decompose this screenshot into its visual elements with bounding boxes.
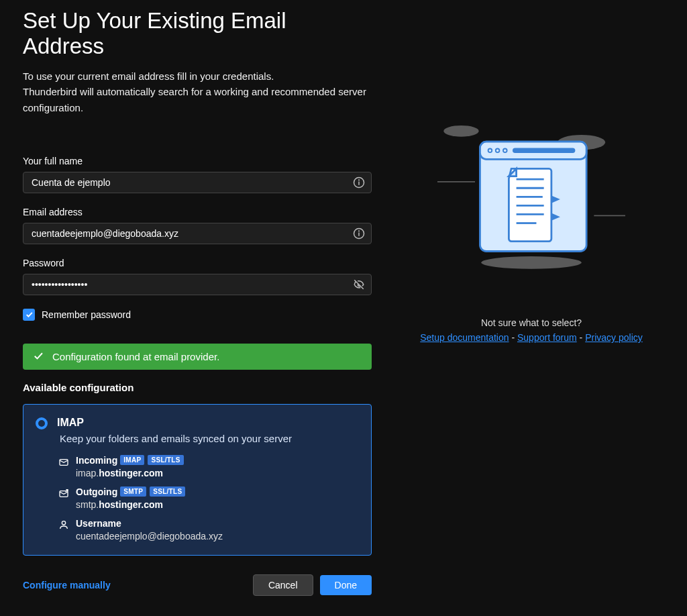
- help-text: Not sure what to select? Setup documenta…: [420, 315, 643, 346]
- incoming-icon: [58, 456, 69, 469]
- full-name-input[interactable]: [23, 172, 372, 193]
- incoming-label: Incoming: [76, 455, 117, 466]
- eye-off-icon[interactable]: [353, 278, 365, 291]
- info-icon[interactable]: [353, 176, 365, 189]
- full-name-label: Your full name: [23, 156, 372, 166]
- page-title: Set Up Your Existing Email Address: [23, 8, 372, 59]
- remember-password-checkbox[interactable]: [23, 309, 35, 321]
- svg-point-5: [359, 231, 360, 232]
- email-label: Email address: [23, 207, 372, 217]
- incoming-proto-tag: IMAP: [120, 455, 144, 465]
- password-input[interactable]: [23, 274, 372, 295]
- incoming-security-tag: SSL/TLS: [148, 455, 183, 465]
- incoming-host: imap.hostinger.com: [76, 468, 359, 478]
- svg-point-8: [62, 521, 65, 524]
- outgoing-icon: [58, 488, 69, 501]
- username-value: cuentadeejemplo@diegoboada.xyz: [76, 531, 359, 542]
- support-forum-link[interactable]: Support forum: [517, 332, 577, 343]
- remember-password-label: Remember password: [42, 309, 131, 320]
- privacy-policy-link[interactable]: Privacy policy: [585, 332, 643, 343]
- password-label: Password: [23, 258, 372, 268]
- setup-documentation-link[interactable]: Setup documentation: [420, 332, 509, 343]
- done-button[interactable]: Done: [320, 575, 372, 595]
- outgoing-host: smtp.hostinger.com: [76, 499, 359, 510]
- svg-point-10: [443, 125, 478, 137]
- cancel-button[interactable]: Cancel: [253, 574, 313, 596]
- configure-manually-link[interactable]: Configure manually: [23, 580, 111, 591]
- svg-rect-19: [513, 148, 575, 153]
- info-icon[interactable]: [353, 227, 365, 240]
- user-icon: [58, 519, 69, 532]
- outgoing-label: Outgoing: [76, 486, 117, 497]
- available-config-title: Available configuration: [23, 382, 372, 393]
- outgoing-security-tag: SSL/TLS: [150, 486, 185, 497]
- status-banner: Configuration found at email provider.: [23, 344, 372, 370]
- username-label: Username: [76, 518, 121, 529]
- illustration: [431, 115, 632, 280]
- imap-desc: Keep your folders and emails synced on y…: [60, 433, 359, 444]
- svg-point-9: [481, 256, 581, 269]
- page-subtitle: To use your current email address fill i…: [23, 68, 372, 115]
- email-input[interactable]: [23, 223, 372, 244]
- imap-config-card[interactable]: IMAP Keep your folders and emails synced…: [23, 404, 372, 556]
- imap-title: IMAP: [57, 417, 359, 429]
- svg-point-2: [359, 180, 360, 181]
- outgoing-proto-tag: SMTP: [120, 486, 146, 497]
- imap-radio[interactable]: [36, 417, 48, 429]
- check-icon: [32, 350, 44, 364]
